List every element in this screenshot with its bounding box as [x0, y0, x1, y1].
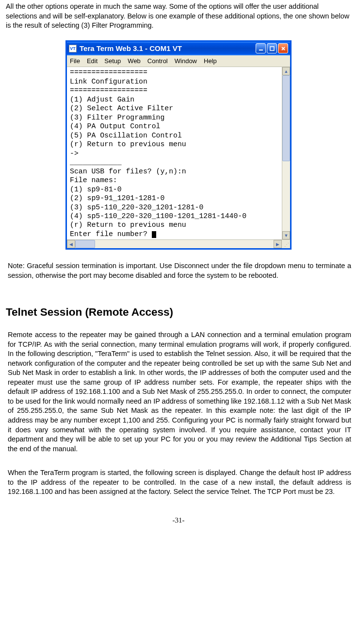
titlebar[interactable]: VT Tera Term Web 3.1 - COM1 VT: [67, 42, 290, 55]
body-paragraph-1: Remote access to the repeater may be gai…: [8, 330, 351, 454]
body-paragraph-2: When the TeraTerm program is started, th…: [8, 468, 351, 497]
window-title: Tera Term Web 3.1 - COM1 VT: [80, 44, 182, 53]
teraterm-window: VT Tera Term Web 3.1 - COM1 VT File Edit…: [65, 40, 292, 250]
menu-web[interactable]: Web: [128, 57, 141, 66]
menu-file[interactable]: File: [70, 57, 80, 66]
scroll-left-icon[interactable]: ◀: [67, 240, 75, 248]
maximize-button[interactable]: [267, 43, 277, 53]
menubar: File Edit Setup Web Control Window Help: [67, 55, 290, 68]
page-number: -31-: [6, 515, 351, 525]
minimize-button[interactable]: [256, 43, 266, 53]
hscroll-thumb[interactable]: [75, 240, 95, 248]
menu-setup[interactable]: Setup: [104, 57, 121, 66]
terminal-output[interactable]: ================== Link Configuration ==…: [67, 67, 282, 239]
cursor-icon: [152, 231, 156, 238]
menu-window[interactable]: Window: [175, 57, 197, 66]
horizontal-scrollbar[interactable]: ◀ ▶: [67, 240, 282, 248]
note-paragraph: Note: Graceful session termination is im…: [8, 261, 351, 280]
section-heading: Telnet Session (Remote Access): [6, 305, 351, 320]
close-button[interactable]: [278, 43, 288, 53]
scroll-up-icon[interactable]: ▲: [282, 67, 290, 75]
scroll-down-icon[interactable]: ▼: [282, 231, 290, 239]
vertical-scrollbar[interactable]: ▲ ▼: [282, 67, 290, 239]
scroll-thumb[interactable]: [282, 75, 290, 161]
resize-grip-icon[interactable]: ⋰: [282, 240, 290, 248]
window-controls: [256, 43, 288, 53]
menu-control[interactable]: Control: [147, 57, 168, 66]
hscroll-track[interactable]: [75, 240, 274, 248]
scroll-right-icon[interactable]: ▶: [274, 240, 282, 248]
app-icon: VT: [69, 45, 77, 52]
menu-help[interactable]: Help: [204, 57, 217, 66]
svg-rect-1: [270, 47, 274, 51]
scroll-track[interactable]: [282, 75, 290, 231]
svg-rect-0: [259, 50, 263, 51]
intro-paragraph: All the other options operate in much th…: [6, 2, 351, 31]
menu-edit[interactable]: Edit: [87, 57, 97, 66]
